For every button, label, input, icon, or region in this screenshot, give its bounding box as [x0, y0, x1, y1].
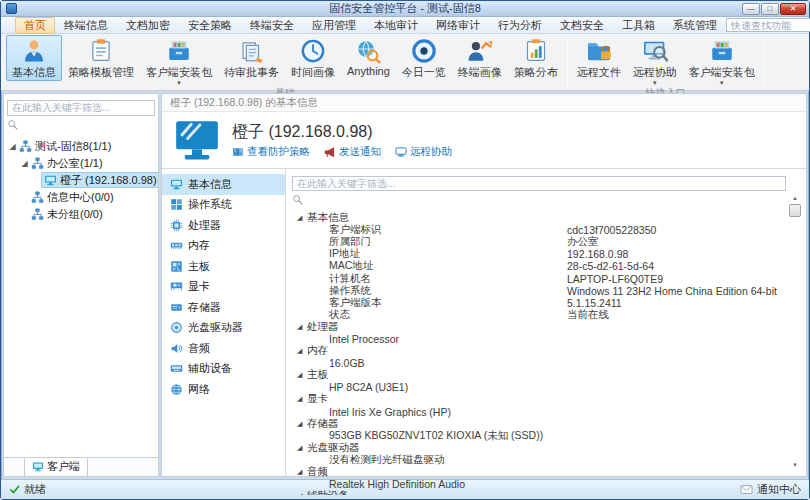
person-chart-icon — [467, 38, 493, 64]
target-icon — [411, 38, 437, 64]
menu-tab-文档加密[interactable]: 文档加密 — [117, 17, 179, 34]
menu-tab-终端安全[interactable]: 终端安全 — [241, 17, 303, 34]
property-label: Intel Iris Xe Graphics (HP) — [329, 406, 567, 418]
tree-expander-icon[interactable]: ◢ — [297, 468, 307, 476]
tree-node[interactable]: 橙子 (192.168.0.98) — [4, 172, 158, 189]
menu-tab-终端信息[interactable]: 终端信息 — [55, 17, 117, 34]
scroll-down-arrow[interactable]: ▼ — [789, 460, 801, 470]
category-item-主板[interactable]: 主板 — [162, 256, 285, 277]
ribbon-button-策略分布[interactable]: 策略分布 — [508, 35, 564, 81]
property-section-header[interactable]: ◢主板 — [292, 369, 786, 381]
property-row: Realtek High Definition Audio — [292, 478, 786, 490]
menu-tab-行为分析[interactable]: 行为分析 — [489, 17, 551, 34]
gpu-icon — [170, 280, 183, 293]
ribbon-button-今日一览[interactable]: 今日一览 — [396, 35, 452, 81]
title-bar[interactable]: 固信安全管控平台 - 测试-固信8 — □ ✕ — [1, 1, 809, 17]
property-value: LAPTOP-LF6Q0TE9 — [567, 273, 786, 285]
ribbon-button-远程文件[interactable]: 远程文件 — [571, 35, 627, 81]
ribbon-button-时间画像[interactable]: 时间画像 — [285, 35, 341, 81]
property-row: Intel Iris Xe Graphics (HP) — [292, 406, 786, 418]
tab-client[interactable]: 客户端 — [24, 457, 88, 476]
org-icon — [31, 157, 44, 170]
category-item-光盘驱动器[interactable]: 光盘驱动器 — [162, 318, 285, 339]
ribbon-button-Anything[interactable]: Anything — [341, 35, 396, 78]
quick-search-input[interactable] — [726, 18, 810, 32]
category-item-label: 音频 — [188, 341, 210, 356]
tree-expander-icon[interactable]: ◢ — [297, 323, 307, 331]
property-label: 953GB KBG50ZNV1T02 KIOXIA (未知 (SSD)) — [329, 430, 567, 442]
property-value: 5.1.15.2411 — [567, 297, 786, 309]
detail-filter-input[interactable] — [292, 176, 786, 191]
section-title: 光盘驱动器 — [307, 442, 360, 454]
ribbon-button-远程协助[interactable]: 远程协助▾ — [627, 35, 683, 87]
ribbon-button-label: 远程文件 — [577, 65, 621, 80]
tree-expander-icon[interactable]: ◢ — [297, 371, 307, 379]
network-icon — [170, 383, 183, 396]
menu-tab-文档安全[interactable]: 文档安全 — [551, 17, 613, 34]
detail-panel: ◢基本信息客户端标识cdc13f7005228350所属部门办公室IP地址192… — [286, 169, 806, 476]
category-item-辅助设备[interactable]: 辅助设备 — [162, 359, 285, 380]
tree-node[interactable]: ◢办公室(1/1) — [4, 155, 158, 172]
menu-tab-系统管理[interactable]: 系统管理 — [664, 17, 726, 34]
category-item-内存[interactable]: 内存 — [162, 236, 285, 257]
tree-expander-icon[interactable]: ◢ — [20, 159, 29, 168]
property-value: 当前在线 — [567, 309, 786, 321]
tree-filter-input[interactable] — [7, 100, 155, 116]
category-item-显卡[interactable]: 显卡 — [162, 277, 285, 298]
scroll-up-arrow[interactable]: ▲ — [789, 193, 801, 203]
ribbon-button-客户端安装包[interactable]: 客户端安装包▾ — [683, 35, 761, 87]
menu-tab-网络审计[interactable]: 网络审计 — [427, 17, 489, 34]
property-section-header[interactable]: ◢存储器 — [292, 418, 786, 430]
device-name: 橙子 (192.168.0.98) — [232, 122, 452, 143]
property-section-header[interactable]: ◢处理器 — [292, 321, 786, 333]
category-item-音频[interactable]: 音频 — [162, 338, 285, 359]
menu-tab-应用管理[interactable]: 应用管理 — [303, 17, 365, 34]
property-section-header[interactable]: ◢辅助设备 — [292, 490, 786, 495]
property-row: IP地址192.168.0.98 — [292, 248, 786, 260]
ribbon-button-基本信息[interactable]: 基本信息 — [6, 35, 62, 81]
tree-expander-icon[interactable]: ◢ — [8, 142, 17, 151]
category-item-存储器[interactable]: 存储器 — [162, 297, 285, 318]
property-row: 没有检测到光纤磁盘驱动 — [292, 454, 786, 466]
memory-icon — [170, 239, 183, 252]
close-button[interactable]: ✕ — [780, 3, 806, 15]
category-item-基本信息[interactable]: 基本信息 — [162, 174, 285, 195]
device-action-发送通知[interactable]: 发送通知 — [324, 145, 381, 159]
tree-expander-icon[interactable]: ◢ — [297, 395, 307, 403]
minimize-button[interactable]: — — [742, 3, 760, 15]
category-item-操作系统[interactable]: 操作系统 — [162, 195, 285, 216]
ribbon-button-客户端安装包[interactable]: 客户端安装包▾ — [140, 35, 218, 87]
maximize-button[interactable]: □ — [761, 3, 779, 15]
property-section-header[interactable]: ◢显卡 — [292, 393, 786, 405]
ribbon-button-待审批事务[interactable]: 待审批事务 — [218, 35, 285, 81]
menu-tab-安全策略[interactable]: 安全策略 — [179, 17, 241, 34]
tree-node[interactable]: 未分组(0/0) — [4, 206, 158, 223]
ribbon-button-终端画像[interactable]: 终端画像 — [452, 35, 508, 81]
category-item-网络[interactable]: 网络 — [162, 379, 285, 400]
device-action-远程协助[interactable]: 远程协助 — [395, 145, 452, 159]
tree-expander-icon[interactable]: ◢ — [297, 347, 307, 355]
device-action-查看防护策略[interactable]: 查看防护策略 — [232, 145, 310, 159]
property-section-header[interactable]: ◢音频 — [292, 466, 786, 478]
menu-tab-工具箱[interactable]: 工具箱 — [613, 17, 664, 34]
category-item-label: 内存 — [188, 238, 210, 253]
menu-tab-首页[interactable]: 首页 — [15, 17, 55, 34]
scrollbar-thumb[interactable] — [789, 204, 801, 217]
section-title: 辅助设备 — [307, 490, 349, 495]
ribbon-button-策略模板管理[interactable]: 策略模板管理 — [62, 35, 140, 81]
property-section-header[interactable]: ◢基本信息 — [292, 212, 786, 224]
property-section-header[interactable]: ◢光盘驱动器 — [292, 442, 786, 454]
tree-expander-icon[interactable]: ◢ — [297, 420, 307, 428]
tree-expander-icon[interactable]: ◢ — [297, 214, 307, 222]
window-title: 固信安全管控平台 - 测试-固信8 — [1, 1, 809, 16]
category-item-label: 网络 — [188, 382, 210, 397]
property-value: cdc13f7005228350 — [567, 224, 786, 236]
menu-tab-本地审计[interactable]: 本地审计 — [365, 17, 427, 34]
tree-expander-icon[interactable]: ◢ — [297, 444, 307, 452]
property-section-header[interactable]: ◢内存 — [292, 345, 786, 357]
property-label: Realtek High Definition Audio — [329, 478, 567, 490]
tree-node[interactable]: 信息中心(0/0) — [4, 189, 158, 206]
category-item-处理器[interactable]: 处理器 — [162, 215, 285, 236]
tree-expander-icon[interactable]: ◢ — [297, 492, 307, 495]
tree-node[interactable]: ◢测试-固信8(1/1) — [4, 138, 158, 155]
